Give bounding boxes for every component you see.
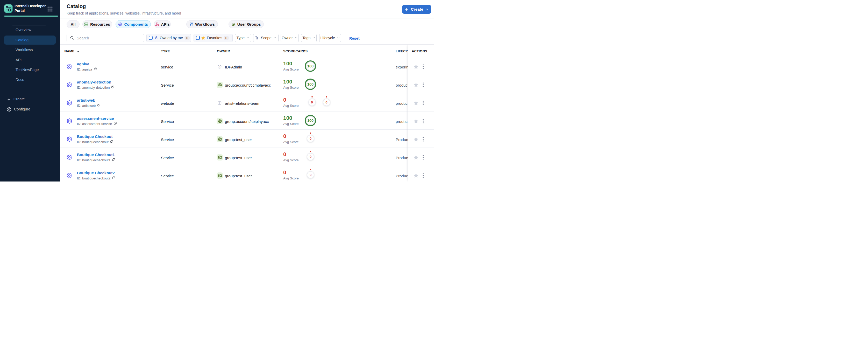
svg-text:?: ? <box>219 66 220 68</box>
svg-text:?: ? <box>219 102 220 104</box>
